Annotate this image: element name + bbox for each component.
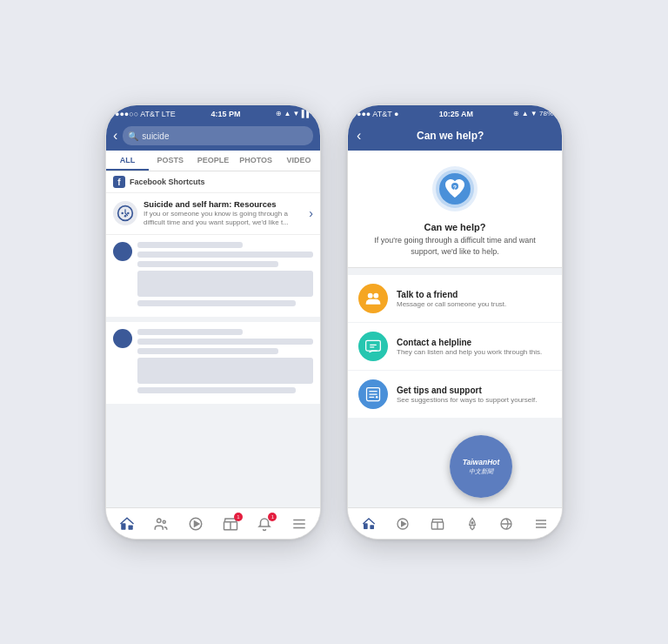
right-nav-bar: ‹ Can we help? <box>348 121 562 151</box>
option-1-title: Talk to a friend <box>397 290 506 299</box>
option-talk-friend[interactable]: Talk to a friend Message or call someone… <box>348 275 562 323</box>
right-nav-video[interactable] <box>396 517 410 531</box>
right-time: 10:25 AM <box>439 110 473 118</box>
left-phone: ●●●○○ AT&T LTE 4:15 PM ⊕ ▲ ▼ ▌▌ ‹ 🔍 suic… <box>105 104 321 540</box>
svg-point-1 <box>121 212 124 215</box>
option-2-text: Contact a helpline They can listen and h… <box>397 338 542 356</box>
svg-point-20 <box>368 293 373 299</box>
watermark: TaiwanHot 中文新聞 <box>450 435 512 498</box>
svg-point-6 <box>157 519 162 523</box>
right-bottom-nav <box>348 507 562 539</box>
skeleton-1 <box>137 242 313 310</box>
search-icon: 🔍 <box>128 131 138 141</box>
option-contact-helpline[interactable]: Contact a helpline They can listen and h… <box>348 323 562 371</box>
svg-rect-4 <box>121 523 125 530</box>
tab-video[interactable]: VIDEO <box>277 151 320 171</box>
svg-point-30 <box>471 521 473 523</box>
avatar-1 <box>113 242 132 261</box>
search-query: suicide <box>142 131 169 141</box>
watermark-line1: TaiwanHot <box>463 458 500 466</box>
svg-point-21 <box>373 293 378 299</box>
help-title: Can we help? <box>424 222 486 232</box>
feed-item-2 <box>106 322 320 404</box>
friend-icon-wrap <box>358 284 388 313</box>
search-box[interactable]: 🔍 suicide <box>123 126 313 145</box>
help-header: ? Can we help? If you're going through a… <box>348 151 562 268</box>
watermark-line2: 中文新聞 <box>469 467 493 476</box>
nav-video[interactable] <box>188 516 204 532</box>
resource-title: Suicide and self harm: Resources <box>144 199 303 209</box>
right-nav-globe[interactable] <box>499 517 513 531</box>
left-time: 4:15 PM <box>210 110 240 118</box>
option-2-desc: They can listen and help you work throug… <box>397 348 542 356</box>
resource-card[interactable]: Suicide and self harm: Resources If you … <box>106 193 320 235</box>
left-content: f Facebook Shortcuts <box>106 171 320 507</box>
tab-people[interactable]: PEOPLE <box>191 151 234 171</box>
nav-home[interactable] <box>119 516 135 532</box>
help-heart-icon: ? <box>431 164 479 213</box>
svg-marker-9 <box>195 521 199 527</box>
helpline-icon-wrap <box>358 332 388 361</box>
avatar-2 <box>113 329 132 348</box>
svg-point-23 <box>376 396 378 399</box>
svg-point-3 <box>127 212 130 215</box>
right-nav-title: Can we help? <box>417 130 484 142</box>
right-nav-marketplace[interactable] <box>431 517 444 531</box>
option-3-text: Get tips and support See suggestions for… <box>397 386 537 404</box>
shortcuts-label: f Facebook Shortcuts <box>106 171 320 193</box>
feed-item-1 <box>106 235 320 317</box>
option-3-desc: See suggestions for ways to support your… <box>397 396 537 404</box>
option-1-text: Talk to a friend Message or call someone… <box>397 290 506 308</box>
help-desc: If you're going through a difficult time… <box>362 235 548 257</box>
left-status-bar: ●●●○○ AT&T LTE 4:15 PM ⊕ ▲ ▼ ▌▌ <box>106 105 320 121</box>
svg-rect-5 <box>128 525 132 529</box>
notification-badge: 1 <box>268 513 277 521</box>
nav-menu[interactable] <box>291 516 307 532</box>
right-carrier: ●●● AT&T ● <box>357 110 398 118</box>
right-nav-rocket[interactable] <box>465 517 479 531</box>
left-back-button[interactable]: ‹ <box>113 129 117 143</box>
left-carrier: ●●●○○ AT&T LTE <box>115 110 176 118</box>
right-nav-home[interactable] <box>362 517 376 531</box>
resource-arrow-icon: › <box>309 206 313 220</box>
svg-text:?: ? <box>453 184 457 191</box>
svg-rect-24 <box>364 523 368 529</box>
svg-point-2 <box>124 215 127 218</box>
tab-all[interactable]: ALL <box>106 151 149 171</box>
option-3-title: Get tips and support <box>397 386 537 395</box>
shortcuts-label-text: Facebook Shortcuts <box>130 178 205 186</box>
left-status-icons: ⊕ ▲ ▼ ▌▌ <box>276 110 311 117</box>
right-status-icons: ⊕ ▲ ▼ 78% <box>513 110 553 117</box>
filter-bar: ALL POSTS PEOPLE PHOTOS VIDEO <box>106 151 320 171</box>
help-options-list: Talk to a friend Message or call someone… <box>348 275 562 419</box>
resource-icon <box>113 201 137 225</box>
resource-desc: If you or someone you know is going thro… <box>144 210 303 228</box>
right-nav-menu[interactable] <box>534 517 548 531</box>
nav-marketplace[interactable]: 1 <box>223 516 238 532</box>
option-get-tips[interactable]: Get tips and support See suggestions for… <box>348 371 562 419</box>
svg-marker-27 <box>402 521 406 526</box>
svg-rect-25 <box>370 525 374 529</box>
skeleton-2 <box>137 329 313 397</box>
tips-icon-wrap <box>358 379 388 409</box>
option-1-desc: Message or call someone you trust. <box>397 300 506 308</box>
right-back-button[interactable]: ‹ <box>357 129 361 143</box>
svg-point-7 <box>164 520 166 523</box>
left-bottom-nav: 1 1 <box>106 507 320 539</box>
nav-notifications[interactable]: 1 <box>257 516 272 532</box>
tab-photos[interactable]: PHOTOS <box>235 151 277 171</box>
nav-friends[interactable] <box>153 516 169 532</box>
resource-info: Suicide and self harm: Resources If you … <box>144 199 303 228</box>
left-nav-bar: ‹ 🔍 suicide <box>106 121 320 151</box>
right-status-bar: ●●● AT&T ● 10:25 AM ⊕ ▲ ▼ 78% <box>348 105 562 121</box>
option-2-title: Contact a helpline <box>397 338 542 347</box>
fb-logo: f <box>113 176 125 188</box>
marketplace-badge: 1 <box>234 513 243 521</box>
tab-posts[interactable]: POSTS <box>149 151 191 171</box>
